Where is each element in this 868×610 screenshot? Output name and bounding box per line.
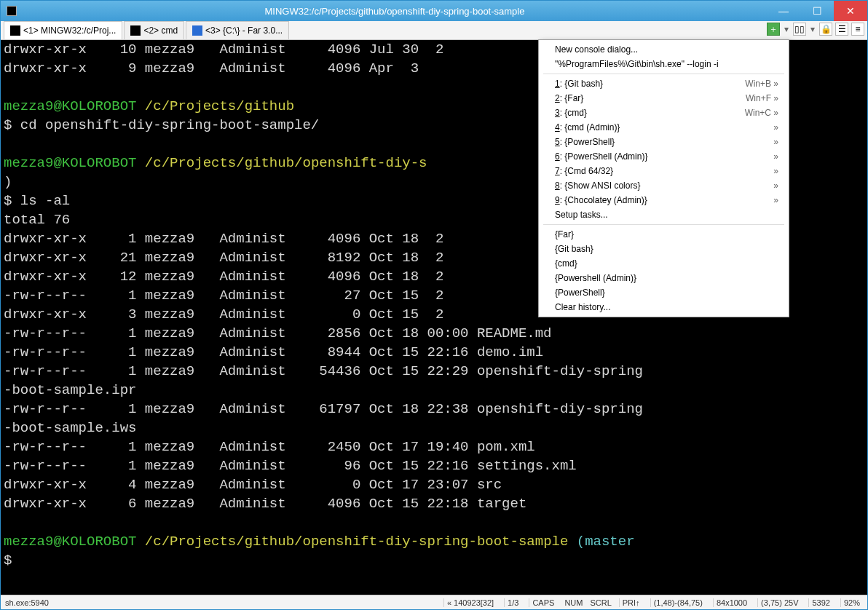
tab-icon	[10, 25, 20, 36]
menu-history-item[interactable]: {PowerShell}	[540, 285, 787, 300]
status-pos: (1,48)-(84,75)	[650, 598, 706, 607]
maximize-button[interactable]: ☐	[800, 1, 834, 21]
menu-task[interactable]: 9: {Chocolatey (Admin)}»	[540, 193, 787, 207]
menu-task[interactable]: 2: {Far}Win+F »	[540, 91, 787, 106]
tab-label: <1> MINGW32:/c/Proj...	[23, 25, 116, 36]
menu-task[interactable]: 3: {cmd}Win+C »	[540, 106, 787, 120]
status-mem: 5392	[808, 598, 832, 607]
app-icon	[7, 6, 17, 16]
status-pri: PRI↑	[619, 598, 643, 607]
status-build: « 140923[32]	[443, 598, 497, 607]
new-console-menu[interactable]: New console dialog..."%ProgramFiles%\Git…	[538, 39, 789, 317]
menu-item[interactable]: "%ProgramFiles%\Git\bin\sh.exe" --login …	[540, 57, 787, 71]
menu-history-item[interactable]: {Far}	[540, 227, 787, 242]
status-num: NUM	[564, 598, 583, 607]
tabs-bar: <1> MINGW32:/c/Proj...<2> cmd<3> {C:\} -…	[1, 21, 867, 40]
status-process: sh.exe:5940	[5, 598, 49, 607]
window-title: MINGW32:/c/Projects/github/openshift-diy…	[23, 6, 767, 17]
tab-label: <3> {C:\} - Far 3.0...	[205, 25, 283, 36]
status-tabcount: 1/3	[504, 598, 521, 607]
tab-label: <2> cmd	[143, 25, 178, 36]
tab-0[interactable]: <1> MINGW32:/c/Proj...	[4, 21, 122, 39]
close-button[interactable]: ✕	[834, 1, 867, 21]
layout-icon[interactable]: ☰	[835, 23, 848, 36]
tab-icon	[130, 25, 141, 36]
titlebar[interactable]: MINGW32:/c/Projects/github/openshift-diy…	[1, 1, 867, 21]
menu-setup-tasks[interactable]: Setup tasks...	[540, 207, 787, 222]
status-bar: sh.exe:5940 « 140923[32] 1/3 CAPS NUM SC…	[1, 595, 867, 609]
menu-task[interactable]: 1: {Git bash}Win+B »	[540, 76, 787, 91]
toolbar-right: ＋ ▾ ▯▯ ▾ 🔒 ☰ ≡	[767, 23, 864, 36]
new-tab-button[interactable]: ＋	[767, 23, 780, 36]
new-tab-dropdown-icon[interactable]: ▾	[783, 24, 790, 34]
menu-task[interactable]: 6: {PowerShell (Admin)}»	[540, 149, 787, 164]
status-caps: CAPS	[529, 598, 557, 607]
split-button[interactable]: ▯▯	[793, 23, 806, 36]
split-dropdown-icon[interactable]: ▾	[809, 24, 816, 34]
menu-task[interactable]: 7: {Cmd 64/32}»	[540, 164, 787, 178]
menu-history-item[interactable]: {Powershell (Admin)}	[540, 271, 787, 285]
menu-task[interactable]: 4: {cmd (Admin)}»	[540, 120, 787, 135]
tab-1[interactable]: <2> cmd	[124, 21, 184, 39]
menu-task[interactable]: 8: {Show ANSI colors}»	[540, 178, 787, 193]
tab-icon	[192, 25, 202, 36]
tab-2[interactable]: <3> {C:\} - Far 3.0...	[186, 21, 289, 39]
menu-clear-history[interactable]: Clear history...	[540, 300, 787, 314]
menu-history-item[interactable]: {Git bash}	[540, 242, 787, 256]
menu-icon[interactable]: ≡	[851, 23, 864, 36]
menu-task[interactable]: 5: {PowerShell}»	[540, 135, 787, 149]
minimize-button[interactable]: —	[767, 1, 800, 21]
lock-icon[interactable]: 🔒	[819, 23, 832, 36]
status-size: 84x1000	[713, 598, 750, 607]
status-cursor: (3,75) 25V	[757, 598, 801, 607]
menu-history-item[interactable]: {cmd}	[540, 256, 787, 271]
status-scrl: SCRL	[590, 598, 611, 607]
menu-item[interactable]: New console dialog...	[540, 42, 787, 57]
status-pct: 92%	[840, 598, 863, 607]
